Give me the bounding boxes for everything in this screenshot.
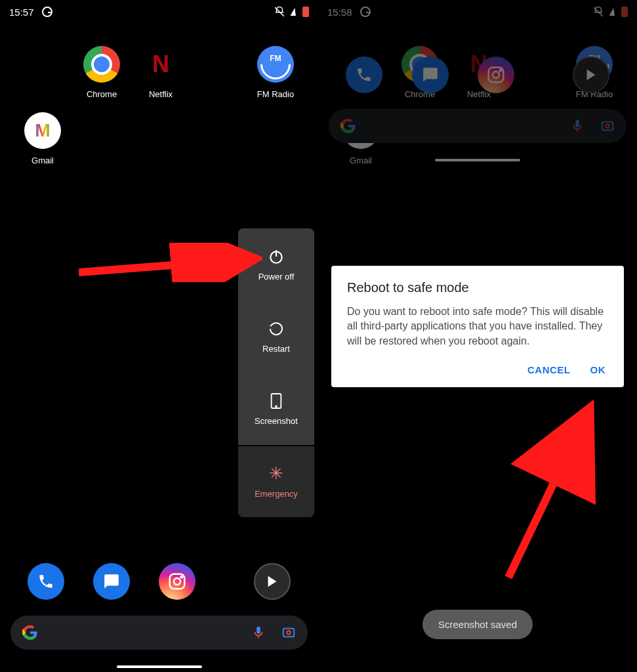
signal-icon [290, 8, 297, 16]
svg-line-15 [508, 413, 587, 578]
app-label: Chrome [87, 89, 117, 99]
dock-phone-icon[interactable] [28, 563, 64, 600]
app-label: Gmail [350, 156, 372, 165]
dialog-actions: CANCEL OK [347, 360, 608, 379]
home-app-grid: Chrome N Netflix FM Radio Gmail [0, 20, 318, 165]
dialog-body: Do you want to reboot into safe mode? Th… [347, 304, 608, 348]
screenshot-icon [268, 392, 285, 410]
svg-point-3 [276, 406, 277, 407]
mute-icon [274, 6, 285, 18]
annotation-arrow [79, 243, 262, 282]
status-bar: 15:57 [0, 0, 318, 20]
restart-button[interactable]: Restart [238, 301, 314, 373]
app-fmradio[interactable]: FM Radio [246, 46, 305, 99]
lens-icon[interactable] [281, 625, 296, 640]
emergency-button[interactable]: ✳ Emergency [238, 445, 314, 517]
mute-icon [592, 6, 604, 18]
app-label: Netflix [149, 89, 173, 99]
dock-playstore-icon[interactable] [254, 563, 291, 600]
battery-icon [302, 7, 309, 17]
google-search-bar[interactable] [329, 109, 627, 143]
gmail-icon [24, 112, 61, 149]
app-netflix[interactable]: N Netflix [131, 46, 190, 99]
dock-playstore-icon[interactable] [573, 56, 609, 93]
dock [318, 56, 637, 93]
google-logo-icon [22, 625, 38, 640]
signal-icon [609, 8, 616, 16]
svg-point-11 [493, 72, 499, 78]
mic-icon[interactable] [251, 625, 266, 640]
app-label: FM Radio [257, 89, 294, 99]
app-label: Gmail [31, 156, 54, 165]
restart-icon [268, 320, 285, 337]
dock [0, 563, 318, 600]
svg-point-12 [500, 70, 502, 72]
phone-screen-right: 15:58 Chrome N Netflix FM Radio [318, 0, 637, 672]
google-search-bar[interactable] [10, 616, 308, 650]
mic-icon[interactable] [570, 119, 585, 133]
dialog-title: Reboot to safe mode [347, 280, 608, 295]
clock: 15:57 [9, 7, 34, 18]
nav-home-pill[interactable] [435, 159, 520, 161]
svg-point-8 [287, 631, 291, 635]
app-gmail[interactable]: Gmail [13, 112, 72, 165]
svg-point-14 [606, 124, 609, 128]
dock-instagram-icon[interactable] [159, 563, 195, 600]
svg-line-9 [79, 259, 249, 272]
netflix-icon: N [142, 46, 179, 83]
emergency-label: Emergency [255, 489, 298, 499]
dock-phone-icon[interactable] [346, 56, 382, 93]
power-off-label: Power off [258, 272, 295, 282]
svg-point-6 [181, 576, 183, 578]
svg-point-5 [174, 578, 180, 585]
screenshot-label: Screenshot [255, 416, 298, 426]
toast-screenshot-saved: Screenshot saved [422, 610, 533, 639]
safe-mode-dialog: Reboot to safe mode Do you want to reboo… [331, 266, 624, 387]
battery-icon [621, 7, 628, 17]
dock-messages-icon[interactable] [412, 56, 449, 93]
power-menu: Power off Restart Screenshot ✳ Emergency [238, 228, 314, 517]
annotation-arrow [489, 400, 607, 584]
dock-instagram-icon[interactable] [478, 56, 514, 93]
svg-rect-7 [283, 629, 295, 637]
clock: 15:58 [327, 7, 352, 18]
status-bar: 15:58 [318, 0, 637, 20]
google-logo-icon [340, 118, 356, 134]
ok-button[interactable]: OK [590, 364, 606, 375]
lens-icon[interactable] [600, 119, 615, 133]
restart-label: Restart [262, 344, 290, 354]
fmradio-icon [257, 46, 294, 83]
cancel-button[interactable]: CANCEL [527, 364, 571, 375]
nav-home-pill[interactable] [117, 665, 202, 668]
power-off-button[interactable]: Power off [238, 228, 314, 301]
svg-rect-13 [602, 122, 613, 131]
dock-messages-icon[interactable] [93, 563, 130, 600]
google-status-icon [42, 7, 52, 17]
emergency-icon: ✳ [268, 465, 285, 482]
phone-screen-left: 15:57 Chrome N Netflix FM Radio Gmail [0, 0, 318, 672]
google-status-icon [360, 7, 371, 17]
power-icon [268, 248, 285, 265]
screenshot-button[interactable]: Screenshot [238, 373, 314, 445]
app-chrome[interactable]: Chrome [72, 46, 131, 99]
chrome-icon [83, 46, 120, 83]
